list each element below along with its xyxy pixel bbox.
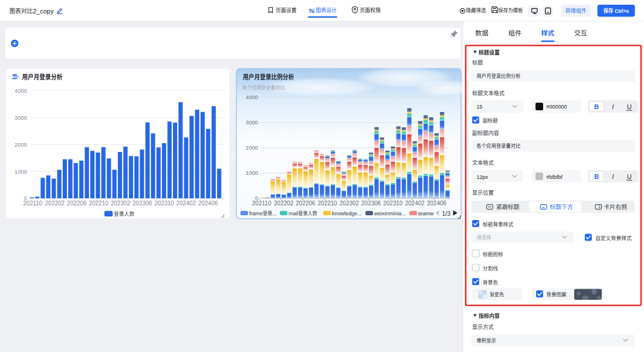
svg-text:202210: 202210 <box>318 200 338 207</box>
svg-text:I: I <box>612 173 614 180</box>
svg-text:1000: 1000 <box>246 170 258 176</box>
svg-text:202202: 202202 <box>45 200 65 207</box>
svg-text:202306: 202306 <box>361 200 381 207</box>
svg-text:202110: 202110 <box>252 200 272 207</box>
svg-text:202310: 202310 <box>383 200 403 207</box>
svg-text:#000000: #000000 <box>547 104 567 110</box>
svg-text:Ctrl+s: Ctrl+s <box>614 8 629 14</box>
svg-text:2_copy: 2_copy <box>33 8 54 15</box>
svg-text:frame: frame <box>249 211 263 216</box>
svg-text:#bfbfbf: #bfbfbf <box>547 174 563 180</box>
svg-text:2000: 2000 <box>246 144 258 151</box>
svg-text:4000: 4000 <box>15 87 27 94</box>
svg-text:1/3: 1/3 <box>442 210 451 217</box>
svg-text:teamw: teamw <box>418 211 434 216</box>
svg-text:U: U <box>627 173 632 180</box>
svg-text:3000: 3000 <box>246 119 258 126</box>
svg-text:202110: 202110 <box>23 200 43 207</box>
svg-text:202402: 202402 <box>405 200 425 207</box>
svg-text:12px: 12px <box>477 174 489 180</box>
svg-text:3000: 3000 <box>15 114 27 121</box>
svg-text:U: U <box>627 103 632 110</box>
svg-text:202402: 202402 <box>177 200 196 207</box>
svg-text:202206: 202206 <box>67 200 87 207</box>
svg-text:I: I <box>612 103 614 110</box>
svg-text:202306: 202306 <box>133 200 152 207</box>
svg-text:4000: 4000 <box>246 94 258 100</box>
svg-text:weixinminia...: weixinminia... <box>374 211 406 216</box>
svg-text:mail: mail <box>289 211 299 216</box>
svg-text:202202: 202202 <box>274 200 294 207</box>
svg-text:202406: 202406 <box>427 200 447 207</box>
svg-text:1000: 1000 <box>15 168 27 175</box>
svg-text:knowledge...: knowledge... <box>332 211 362 216</box>
svg-text:...: ... <box>272 211 277 216</box>
svg-text:2000: 2000 <box>15 141 27 148</box>
svg-text:202406: 202406 <box>198 200 218 207</box>
svg-text:202302: 202302 <box>340 200 360 207</box>
svg-text:202310: 202310 <box>154 200 174 207</box>
svg-text:B: B <box>594 173 599 180</box>
svg-text:B: B <box>594 103 599 110</box>
svg-text:202206: 202206 <box>296 200 316 207</box>
svg-text:202302: 202302 <box>111 200 131 207</box>
svg-text:15: 15 <box>477 104 483 110</box>
svg-text:202210: 202210 <box>89 200 109 207</box>
